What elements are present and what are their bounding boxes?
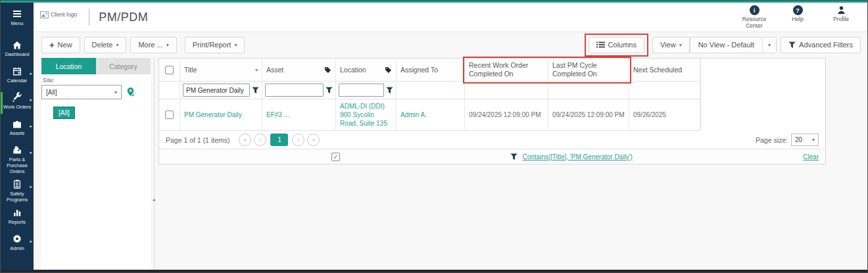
active-filter-bar: ✓ Contains([Title], 'PM Generator Daily'… [159, 149, 825, 164]
delete-button-label: Delete [92, 41, 113, 49]
advanced-filters-button[interactable]: Advanced Filters [781, 37, 861, 53]
sort-icon[interactable]: ▾ [255, 67, 258, 73]
table-header-row: Title ▾ Asset Locat [159, 59, 701, 82]
panel-tabs: Location Category [41, 58, 151, 74]
site-dropdown[interactable]: [All] ▾ [41, 85, 122, 99]
filter-funnel-icon [510, 153, 518, 161]
app-window: Menu Dashboard Calendar ▸ Work Order [0, 0, 868, 273]
select-all-checkbox[interactable] [165, 66, 174, 74]
next-page-button[interactable]: › [292, 134, 304, 146]
pm-table: Title ▾ Asset Locat [159, 59, 825, 131]
filter-cell-empty [159, 82, 180, 99]
resource-center-button[interactable]: i Resource Center [737, 5, 771, 30]
sidebar-item-label: Parts & Purchase Orders [1, 157, 33, 174]
site-dropdown-value: [All] [46, 89, 57, 96]
cell-recent-work-order-completed-on: 09/24/2025 12:09:00 PM [465, 99, 548, 131]
column-header-asset[interactable]: Asset [262, 59, 336, 82]
select-all-cell [159, 59, 180, 82]
question-icon: ? [793, 5, 803, 15]
toolbar: + New Delete ▾ More ... ▾ Print/Report ▾ [34, 32, 867, 57]
sidebar-item-reports[interactable]: Reports [1, 206, 34, 230]
profile-label: Profile [833, 16, 849, 23]
profile-button[interactable]: Profile [824, 5, 858, 30]
sidebar-item-label: Menu [11, 20, 24, 26]
location-pin-icon[interactable] [126, 87, 135, 97]
collapse-panel-icon[interactable]: ◂ [153, 197, 155, 203]
panel-splitter[interactable]: ◂ [151, 58, 158, 271]
column-header-next-scheduled[interactable]: Next Scheduled [629, 59, 700, 82]
plus-icon: + [49, 41, 55, 49]
home-icon [12, 39, 22, 50]
column-header-last-pm-cycle-completed-on[interactable]: Last PM Cycle Completed On [548, 59, 629, 82]
location-link[interactable]: ADML-DI (DDI) 900 Sycolin Road, Suite 13… [340, 102, 392, 128]
column-header-title[interactable]: Title ▾ [180, 59, 262, 82]
row-checkbox[interactable] [165, 111, 174, 119]
tree-item-all[interactable]: [All] [53, 107, 75, 119]
new-button[interactable]: + New [41, 37, 80, 53]
help-button[interactable]: ? Help [781, 5, 815, 30]
pagination-summary: Page 1 of 1 (1 items) [166, 136, 229, 144]
filter-cell-asset [262, 82, 336, 99]
more-button[interactable]: More ... ▾ [130, 37, 176, 53]
sidebar-item-dashboard[interactable]: Dashboard [1, 38, 34, 62]
cell-last-pm-cycle-completed-on: 09/24/2025 12:09:00 PM [548, 99, 629, 131]
filter-cell-title [180, 82, 262, 99]
sidebar-item-label: Reports [9, 219, 26, 225]
annotation-box-columns: Columns [585, 34, 648, 57]
sidebar-item-admin[interactable]: Admin ▸ [1, 232, 34, 257]
sidebar-item-label: Admin [10, 245, 24, 251]
sidebar-item-work-orders[interactable]: Work Orders ▸ [1, 91, 34, 115]
columns-button[interactable]: Columns [589, 37, 644, 53]
table-row: PM Generator Daily EF#3 ... ADML-DI (DDI… [159, 99, 701, 131]
page-size-dropdown[interactable]: 20 ▾ [791, 134, 819, 146]
print-report-button[interactable]: Print/Report ▾ [185, 37, 245, 53]
sidebar: Menu Dashboard Calendar ▸ Work Order [1, 3, 34, 271]
chevron-down-icon: ▾ [762, 37, 776, 53]
advanced-filters-label: Advanced Filters [799, 41, 853, 49]
chevron-right-icon: ▸ [30, 97, 32, 103]
view-preset-dropdown[interactable]: No View - Default ▾ [690, 37, 777, 53]
chevron-down-icon: ▾ [812, 137, 815, 143]
filter-enabled-checkbox[interactable]: ✓ [331, 153, 340, 161]
asset-filter-input[interactable] [265, 84, 324, 97]
first-page-button[interactable]: « [239, 134, 251, 146]
filter-funnel-icon[interactable] [326, 87, 333, 94]
location-filter-input[interactable] [339, 84, 384, 97]
filter-expression-link[interactable]: Contains([Title], 'PM Generator Daily') [522, 153, 632, 161]
cell-location: ADML-DI (DDI) 900 Sycolin Road, Suite 13… [336, 99, 397, 131]
column-header-recent-work-order-completed-on[interactable]: Recent Work Order Completed On [465, 59, 548, 82]
asset-link[interactable]: EF#3 ... [266, 111, 289, 119]
filter-cell-empty [629, 82, 700, 99]
filter-cell-empty [397, 82, 465, 99]
last-page-button[interactable]: » [307, 134, 320, 146]
sidebar-item-calendar[interactable]: Calendar ▸ [1, 64, 34, 89]
filter-funnel-icon[interactable] [252, 87, 259, 94]
sidebar-item-safety-programs[interactable]: Safety Programs ▸ [1, 178, 34, 204]
column-header-location[interactable]: Location [336, 59, 397, 82]
previous-page-button[interactable]: ‹ [254, 134, 266, 146]
clear-filter-link[interactable]: Clear [803, 153, 819, 161]
cell-title: PM Generator Daily [180, 99, 262, 131]
bar-chart-icon [12, 207, 22, 218]
sidebar-item-menu[interactable]: Menu [1, 7, 34, 32]
sidebar-item-parts-purchase-orders[interactable]: Parts & Purchase Orders ▸ [1, 143, 34, 176]
tab-location[interactable]: Location [41, 58, 96, 74]
assigned-to-link[interactable]: Admin A. [400, 111, 427, 119]
title-link[interactable]: PM Generator Daily [184, 111, 242, 119]
current-page-button[interactable]: 1 [270, 134, 288, 146]
info-icon: i [750, 5, 760, 15]
view-preset-value: No View - Default [690, 37, 762, 53]
tab-category[interactable]: Category [96, 58, 151, 74]
delete-button[interactable]: Delete ▾ [84, 37, 127, 53]
sidebar-item-assets[interactable]: Assets ▸ [1, 117, 34, 141]
help-label: Help [792, 16, 803, 23]
person-icon [836, 5, 846, 15]
chevron-right-icon: ▸ [30, 239, 32, 244]
title-filter-input[interactable] [183, 84, 250, 97]
cell-asset: EF#3 ... [262, 99, 336, 131]
column-header-assigned-to[interactable]: Assigned To [397, 59, 465, 82]
sidebar-item-label: Safety Programs [1, 191, 33, 203]
view-button[interactable]: View ▾ [652, 37, 690, 53]
sidebar-item-label: Assets [10, 130, 25, 136]
filter-funnel-icon[interactable] [386, 87, 393, 94]
